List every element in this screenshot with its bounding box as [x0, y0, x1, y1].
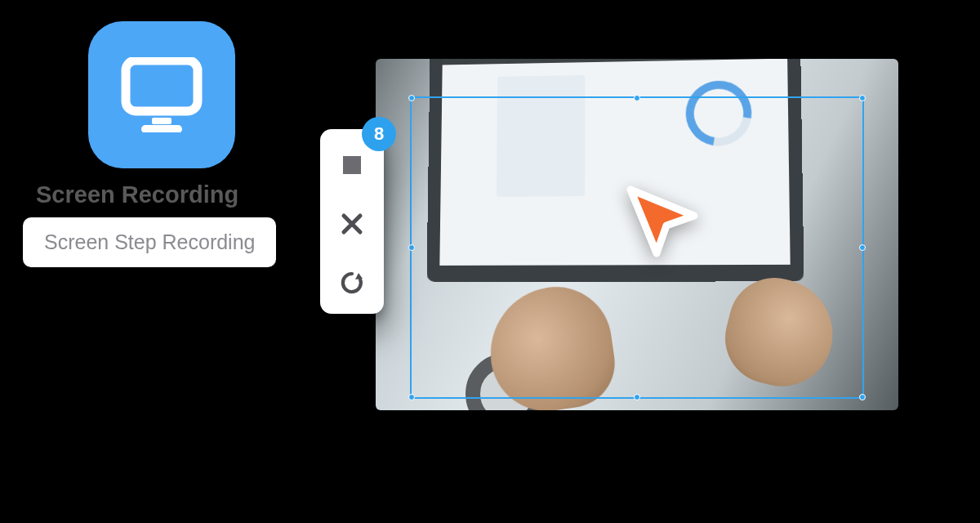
restart-button[interactable]	[336, 266, 368, 299]
close-icon	[340, 212, 364, 236]
resize-handle[interactable]	[634, 95, 640, 101]
cursor-icon	[619, 178, 709, 271]
resize-handle[interactable]	[859, 244, 866, 251]
app-icon	[88, 21, 235, 168]
resize-handle[interactable]	[408, 244, 415, 251]
stop-icon	[341, 154, 363, 177]
step-count-badge: 8	[362, 117, 396, 151]
label-screen-recording: Screen Recording	[36, 181, 238, 208]
recording-toolbar: 8	[320, 129, 384, 314]
resize-handle[interactable]	[634, 394, 640, 400]
resize-handle[interactable]	[859, 95, 866, 101]
capture-preview	[376, 59, 898, 410]
monitor-icon	[121, 57, 203, 132]
svg-rect-2	[343, 156, 361, 174]
label-screen-step-recording[interactable]: Screen Step Recording	[23, 217, 276, 267]
cancel-button[interactable]	[336, 208, 368, 240]
stop-button[interactable]	[336, 149, 368, 181]
svg-rect-0	[126, 60, 198, 111]
resize-handle[interactable]	[859, 394, 866, 400]
svg-rect-1	[152, 118, 172, 124]
resize-handle[interactable]	[408, 394, 415, 400]
restart-icon	[339, 270, 365, 296]
resize-handle[interactable]	[408, 95, 415, 101]
